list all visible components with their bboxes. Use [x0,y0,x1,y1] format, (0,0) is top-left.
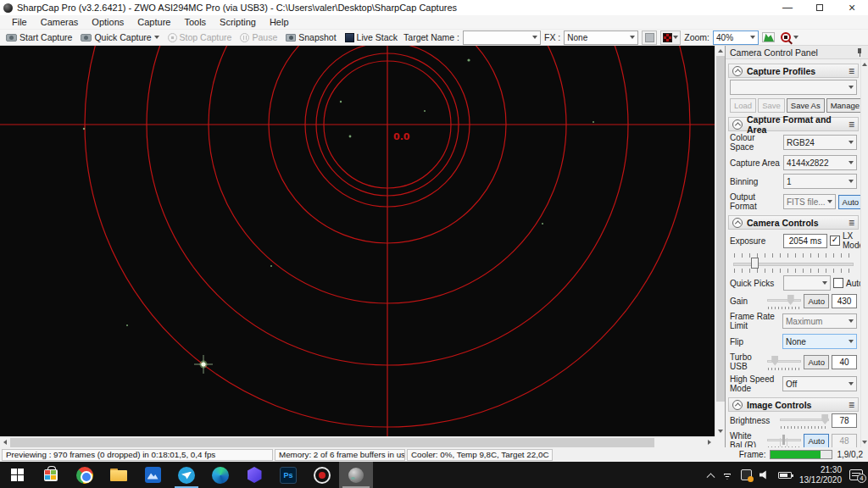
highlight-display-button[interactable] [642,30,657,45]
load-profile-button[interactable]: Load [730,98,756,113]
taskbar-telegram[interactable] [170,462,203,488]
output-format-auto-button[interactable]: Auto [838,195,860,209]
profile-select[interactable] [730,80,857,95]
section-capture-profiles[interactable]: Capture Profiles ≡ [728,64,859,78]
scroll-up-icon[interactable] [862,63,867,66]
close-button[interactable]: × [836,0,868,15]
chevron-down-icon [827,200,832,203]
taskbar-cube-app[interactable] [237,462,271,488]
scroll-down-icon[interactable] [718,430,723,433]
brightness-input[interactable] [832,413,857,428]
gain-input[interactable] [832,294,857,308]
restore-button[interactable] [804,0,836,15]
section-menu-icon[interactable]: ≡ [849,67,854,75]
pause-label: Pause [252,32,277,42]
battery-icon[interactable] [778,472,792,479]
section-menu-icon[interactable]: ≡ [849,120,854,129]
wifi-icon[interactable] [721,470,733,480]
minimize-button[interactable]: — [771,0,804,15]
quick-picks-select[interactable] [783,275,831,291]
scroll-down-icon[interactable] [862,441,867,444]
turbo-usb-slider[interactable] [767,355,801,369]
scroll-right-icon[interactable] [708,440,711,445]
gain-slider[interactable] [767,294,801,308]
vertical-scrollbar[interactable] [715,46,725,436]
fx-select[interactable]: None [564,30,638,45]
start-button[interactable] [0,462,34,488]
section-menu-icon[interactable]: ≡ [849,219,854,227]
menu-cameras[interactable]: Cameras [34,16,86,28]
menu-capture[interactable]: Capture [131,16,177,28]
start-capture-button[interactable]: Start Capture [3,31,75,43]
vertical-scroll-thumb[interactable] [716,56,725,402]
white-bal-r-input[interactable] [832,434,857,448]
section-camera-controls[interactable]: Camera Controls ≡ [728,215,859,230]
section-menu-icon[interactable]: ≡ [849,401,854,409]
scroll-up-icon[interactable] [718,49,723,53]
exposure-input[interactable] [783,234,827,248]
collapse-icon[interactable] [732,400,743,410]
exposure-auto-checkbox[interactable] [833,278,843,288]
taskbar-photos[interactable] [136,462,170,488]
collapse-icon[interactable] [732,66,743,76]
menu-scripting[interactable]: Scripting [213,16,263,28]
section-capture-format[interactable]: Capture Format and Area ≡ [728,117,859,131]
target-name-select[interactable] [463,30,541,45]
pin-icon[interactable] [856,48,864,57]
manage-profiles-button[interactable]: Manage [826,98,860,113]
collapse-icon[interactable] [732,218,743,228]
turbo-usb-auto-button[interactable]: Auto [804,355,829,369]
taskbar-chrome[interactable] [68,462,102,488]
notification-icon[interactable]: 4 [849,469,863,480]
exposure-slider-thumb[interactable] [751,258,759,269]
binning-select[interactable]: 1 [783,174,857,189]
tray-app-icon[interactable] [741,469,752,480]
taskbar-recorder-app[interactable] [305,462,339,488]
taskbar-photoshop[interactable]: Ps [271,462,305,488]
stop-capture-button[interactable]: Stop Capture [165,31,235,43]
magnifier-button[interactable] [778,31,801,43]
panel-scrollbar[interactable] [860,59,868,447]
menu-tools[interactable]: Tools [177,16,213,28]
taskbar-store[interactable] [34,462,68,488]
exposure-slider[interactable] [732,253,855,273]
pause-button[interactable]: Pause [237,31,280,43]
brightness-slider[interactable] [780,413,829,428]
zoom-select[interactable]: 40% [713,30,759,45]
system-tray: 21:30 13/12/2020 4 [708,465,868,485]
frame-rate-select[interactable]: Maximum [782,313,857,329]
save-as-button[interactable]: Save As [787,98,825,113]
menu-file[interactable]: File [5,16,34,28]
collapse-icon[interactable] [732,119,743,130]
colour-space-select[interactable]: RGB24 [783,135,857,150]
lx-mode-checkbox[interactable]: ✓ [830,236,840,246]
gain-auto-button[interactable]: Auto [804,294,829,308]
quick-capture-button[interactable]: Quick Capture [78,31,161,43]
capture-area-select[interactable]: 4144x2822 [783,155,857,170]
snapshot-button[interactable]: Snapshot [283,31,338,43]
white-bal-r-auto-button[interactable]: Auto [804,434,829,448]
white-bal-r-slider[interactable] [767,434,801,448]
reticle-overlay-button[interactable] [660,30,681,45]
menu-options[interactable]: Options [85,16,131,28]
horizontal-scrollbar[interactable] [0,436,715,447]
horizontal-scroll-thumb[interactable] [10,438,654,447]
menu-help[interactable]: Help [263,16,296,28]
reticle-overlay: 0.0 [0,46,715,436]
flip-select[interactable]: None [782,334,857,349]
turbo-usb-input[interactable] [832,355,857,369]
section-image-controls[interactable]: Image Controls ≡ [728,397,859,412]
high-speed-mode-select[interactable]: Off [782,376,857,391]
taskbar-explorer[interactable] [102,462,136,488]
tray-expand-icon[interactable] [706,473,715,481]
histogram-icon[interactable] [762,32,775,42]
tray-clock[interactable]: 21:30 13/12/2020 [799,465,842,485]
scroll-left-icon[interactable] [3,440,7,445]
speaker-icon[interactable] [760,470,771,480]
output-format-select[interactable]: FITS file... [783,194,836,209]
taskbar-edge[interactable] [203,462,237,488]
save-profile-button[interactable]: Save [758,98,785,113]
taskbar-sharpcap[interactable] [339,462,373,488]
live-stack-button[interactable]: Live Stack [342,31,400,43]
image-preview[interactable]: 0.0 [0,46,715,436]
